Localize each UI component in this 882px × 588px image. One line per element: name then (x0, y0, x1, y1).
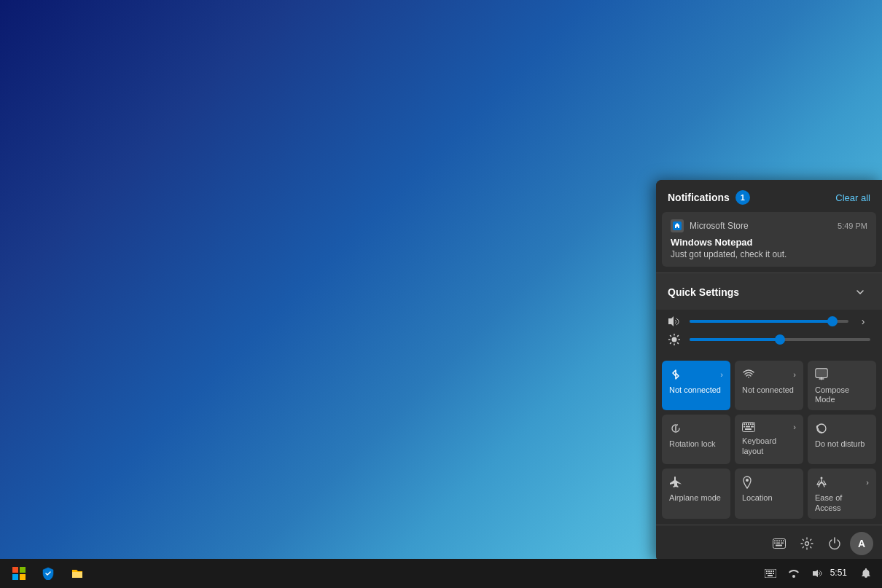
svg-rect-0 (12, 567, 18, 573)
taskbar-volume-icon[interactable] (807, 563, 827, 584)
notif-item-body: Just got updated, check it out. (671, 249, 867, 259)
notification-card[interactable]: Microsoft Store 5:49 PM Windows Notepad … (662, 212, 876, 267)
quick-settings-collapse-button[interactable] (850, 282, 870, 302)
ease-of-access-tile[interactable]: › Ease of Access (808, 469, 876, 518)
svg-rect-37 (751, 426, 754, 428)
airplane-mode-tile[interactable]: Airplane mode (662, 469, 730, 518)
quick-settings-header: Quick Settings (656, 273, 882, 310)
svg-rect-3 (20, 574, 26, 580)
svg-rect-1 (20, 567, 26, 573)
svg-rect-48 (776, 542, 780, 544)
taskbar-right: 5:51 (760, 563, 882, 584)
svg-rect-27 (817, 370, 826, 376)
compose-icon (815, 368, 828, 381)
svg-rect-42 (774, 540, 776, 541)
svg-line-23 (677, 342, 679, 344)
brightness-slider-row (668, 333, 870, 346)
action-center: Notifications 1 Clear all Microsoft Stor… (656, 180, 882, 562)
volume-slider-row: › (668, 315, 870, 327)
location-tile[interactable]: Location (735, 469, 803, 518)
rotation-label: Rotation lock (669, 439, 716, 449)
svg-rect-36 (746, 426, 750, 428)
compose-label: Compose Mode (815, 385, 869, 404)
bluetooth-tile[interactable]: › Not connected (662, 361, 730, 410)
volume-expand-icon[interactable]: › (856, 315, 870, 327)
wifi-tile[interactable]: › Not connected (735, 361, 803, 410)
taskbar-keyboard-icon[interactable] (760, 563, 781, 584)
sliders-section: › (656, 310, 882, 358)
svg-rect-38 (745, 428, 752, 430)
settings-button[interactable] (795, 531, 819, 556)
svg-point-39 (746, 479, 749, 482)
svg-rect-11 (773, 573, 774, 574)
svg-rect-43 (776, 540, 778, 541)
svg-rect-45 (781, 540, 782, 541)
keyboard-layout-tile[interactable]: › Keyboard layout (735, 415, 803, 464)
wifi-label: Not connected (742, 385, 794, 395)
svg-point-13 (792, 575, 795, 578)
svg-point-40 (821, 477, 823, 479)
bottom-toolbar: A (656, 525, 882, 562)
svg-rect-47 (774, 542, 776, 544)
svg-rect-35 (744, 426, 745, 428)
location-icon (742, 476, 752, 489)
taskbar-network-icon[interactable] (784, 563, 804, 584)
compose-mode-tile[interactable]: Compose Mode (808, 361, 876, 410)
svg-rect-10 (768, 573, 772, 574)
svg-rect-32 (748, 423, 749, 425)
svg-rect-34 (752, 423, 754, 425)
svg-rect-6 (768, 571, 770, 572)
wifi-icon (742, 368, 755, 381)
bluetooth-label: Not connected (669, 385, 721, 395)
wifi-expand-icon[interactable]: › (793, 370, 796, 379)
keyboard-expand-icon[interactable]: › (793, 423, 796, 431)
bluetooth-icon (669, 368, 682, 381)
notif-time: 5:49 PM (838, 222, 867, 230)
keyboard-toggle-button[interactable] (767, 531, 792, 556)
svg-point-51 (805, 541, 809, 545)
notif-app-icon (671, 219, 684, 232)
dnd-tile[interactable]: Do not disturb (808, 415, 876, 464)
svg-line-24 (677, 335, 679, 337)
svg-rect-5 (766, 571, 768, 572)
bluetooth-expand-icon[interactable]: › (720, 370, 723, 379)
user-avatar-button[interactable]: A (850, 532, 873, 555)
notif-app-name: Microsoft Store (690, 221, 749, 231)
dnd-label: Do not disturb (815, 439, 865, 449)
brightness-icon (668, 333, 682, 346)
file-explorer-button[interactable] (64, 560, 90, 587)
power-button[interactable] (822, 531, 847, 556)
taskbar-notification-icon[interactable] (856, 563, 876, 584)
taskbar: 5:51 (0, 559, 882, 588)
ease-of-access-icon (815, 476, 828, 489)
dnd-icon (815, 422, 828, 435)
svg-line-25 (670, 342, 671, 344)
volume-slider[interactable] (690, 320, 848, 323)
svg-rect-49 (781, 542, 784, 544)
ease-expand-icon[interactable]: › (866, 478, 869, 487)
notifications-title: Notifications (668, 192, 730, 203)
brightness-slider[interactable] (690, 338, 870, 341)
keyboard-layout-icon (742, 422, 755, 432)
airplane-icon (669, 476, 682, 489)
svg-rect-30 (744, 423, 745, 425)
clear-all-button[interactable]: Clear all (835, 192, 870, 203)
rotation-lock-tile[interactable]: Rotation lock (662, 415, 730, 464)
notifications-header: Notifications 1 Clear all (656, 180, 882, 212)
security-button[interactable] (35, 560, 61, 587)
location-label: Location (742, 493, 773, 503)
svg-marker-14 (813, 570, 818, 577)
svg-point-17 (672, 337, 677, 342)
taskbar-time[interactable]: 5:51 (830, 568, 853, 579)
svg-rect-7 (770, 571, 772, 572)
svg-rect-31 (746, 423, 747, 425)
svg-rect-50 (776, 544, 782, 546)
svg-rect-9 (766, 573, 768, 574)
taskbar-left (0, 560, 90, 587)
svg-rect-2 (12, 574, 18, 580)
airplane-label: Airplane mode (669, 493, 721, 503)
start-button[interactable] (6, 560, 32, 587)
svg-line-22 (670, 335, 671, 337)
quick-settings-title: Quick Settings (668, 286, 739, 298)
notif-card-header: Microsoft Store 5:49 PM (671, 219, 867, 232)
